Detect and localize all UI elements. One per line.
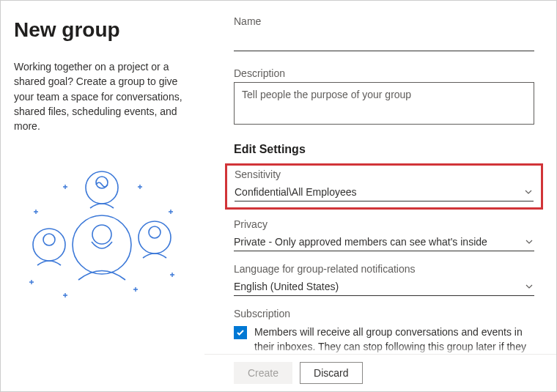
privacy-field-group: Privacy Private - Only approved members …: [234, 218, 534, 251]
name-input[interactable]: [234, 30, 534, 51]
svg-point-0: [73, 215, 131, 274]
chevron-down-icon: [524, 281, 534, 292]
sensitivity-select[interactable]: Confidential\All Employees: [235, 183, 534, 201]
svg-point-1: [92, 225, 111, 244]
form-pane: Name Description Edit Settings Sensitivi…: [204, 1, 556, 391]
edit-settings-heading: Edit Settings: [234, 143, 534, 156]
privacy-select[interactable]: Private - Only approved members can see …: [234, 233, 534, 251]
description-field-group: Description: [234, 67, 534, 127]
chevron-down-icon: [524, 237, 534, 247]
svg-point-3: [43, 234, 55, 245]
name-label: Name: [234, 15, 534, 27]
sensitivity-label: Sensitivity: [235, 169, 534, 180]
language-value: English (United States): [234, 281, 339, 292]
subscription-checkbox[interactable]: [234, 326, 247, 339]
privacy-value: Private - Only approved members can see …: [234, 236, 487, 248]
create-button[interactable]: Create: [234, 362, 292, 384]
discard-button[interactable]: Discard: [300, 362, 362, 384]
svg-point-5: [149, 226, 161, 238]
sensitivity-highlight: Sensitivity Confidential\All Employees: [225, 163, 543, 210]
description-textarea[interactable]: [234, 82, 534, 125]
subscription-field-group: Subscription Members will receive all gr…: [234, 308, 534, 354]
left-pane: New group Working together on a project …: [1, 1, 204, 391]
button-bar: Create Discard: [204, 354, 556, 391]
language-label: Language for group-related notifications: [234, 263, 534, 275]
page-title: New group: [14, 18, 190, 42]
page-description: Working together on a project or a share…: [14, 59, 190, 133]
language-field-group: Language for group-related notifications…: [234, 263, 534, 296]
sensitivity-value: Confidential\All Employees: [235, 186, 357, 198]
privacy-label: Privacy: [234, 218, 534, 230]
chevron-down-icon: [523, 187, 534, 197]
subscription-text: Members will receive all group conversat…: [254, 325, 534, 354]
name-field-group: Name: [234, 15, 534, 51]
language-select[interactable]: English (United States): [234, 278, 534, 296]
subscription-label: Subscription: [234, 308, 534, 319]
description-label: Description: [234, 67, 534, 79]
people-illustration: [14, 163, 190, 302]
